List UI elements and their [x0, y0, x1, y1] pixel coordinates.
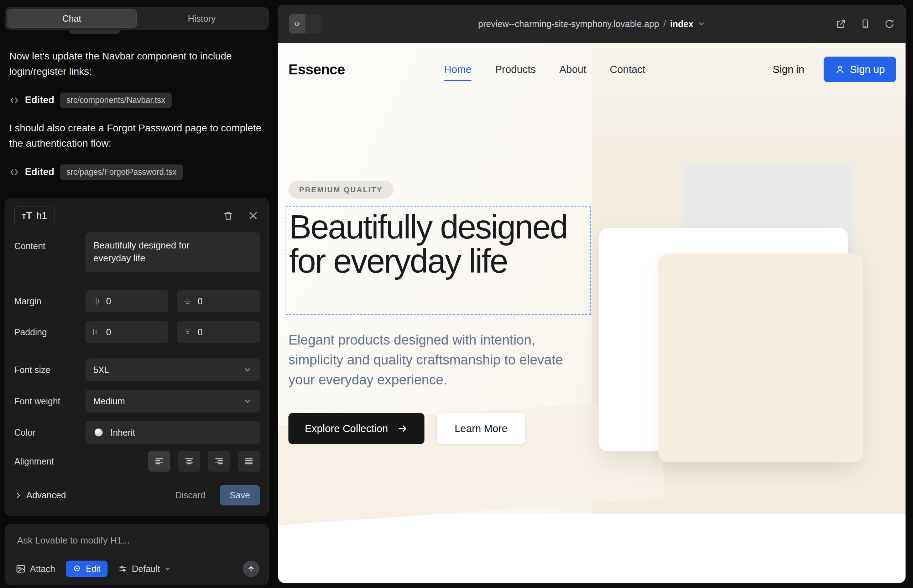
chevron-down-icon	[243, 365, 252, 375]
padding-horizontal-icon	[92, 328, 100, 336]
hero-heading: Beautifully designed for everyday life	[289, 210, 590, 278]
inspector-header: TT h1	[14, 206, 259, 225]
margin-y-input[interactable]: 0	[177, 290, 260, 312]
file-chip-navbar[interactable]: src/components/Navbar.tsx	[60, 92, 172, 108]
align-right-button[interactable]	[208, 451, 230, 472]
preview-url: preview--charming-site-symphony.lovable.…	[478, 19, 659, 29]
edit-select-icon	[73, 564, 81, 573]
content-input[interactable]: Beautifully designed for everyday life	[86, 233, 260, 272]
site-navbar: Essence Home Products About Contact Sign…	[278, 43, 905, 96]
align-justify-button[interactable]	[238, 451, 260, 472]
font-weight-value: Medium	[93, 396, 125, 407]
sign-in-link[interactable]: Sign in	[773, 64, 805, 76]
explore-collection-button[interactable]: Explore Collection	[288, 413, 424, 444]
padding-vertical-icon	[183, 328, 192, 336]
hero-beige-card	[659, 254, 863, 462]
image-icon	[16, 564, 26, 574]
color-swatch-icon	[93, 427, 104, 438]
close-icon[interactable]	[248, 210, 259, 221]
edited-label: Edited	[25, 166, 55, 178]
edited-file-row: Edited src/pages/ForgotPassword.tsx	[9, 165, 183, 180]
delete-element-icon[interactable]	[223, 210, 233, 221]
user-icon	[835, 65, 845, 74]
sliders-icon	[118, 564, 128, 573]
sign-up-button[interactable]: Sign up	[824, 57, 896, 82]
default-label: Default	[132, 564, 160, 574]
font-weight-label: Font weight	[14, 396, 86, 407]
chat-message: I should also create a Forgot Password p…	[9, 120, 263, 151]
attach-button[interactable]: Attach	[16, 564, 55, 574]
align-center-button[interactable]	[178, 451, 200, 472]
margin-vertical-icon	[183, 297, 192, 305]
chevron-down-icon	[164, 565, 171, 572]
h1-selection-outline[interactable]: Beautifully designed for everyday life	[286, 207, 591, 315]
open-external-icon[interactable]	[836, 18, 847, 29]
send-button[interactable]	[243, 561, 259, 577]
font-size-select[interactable]: 5XL	[86, 359, 260, 381]
tab-history[interactable]: History	[137, 9, 267, 28]
typography-icon: TT	[22, 210, 32, 221]
hero-paragraph: Elegant products designed with intention…	[288, 330, 573, 390]
url-page: index	[670, 19, 693, 29]
margin-x-input[interactable]: 0	[86, 290, 168, 312]
padding-x-input[interactable]: 0	[86, 321, 168, 343]
discard-button[interactable]: Discard	[175, 490, 206, 501]
edit-mode-button[interactable]: Edit	[66, 561, 108, 577]
chevron-down-icon	[698, 20, 706, 28]
file-chip-forgot-password[interactable]: src/pages/ForgotPassword.tsx	[60, 165, 183, 180]
site-preview: Essence Home Products About Contact Sign…	[278, 43, 905, 583]
attach-label: Attach	[30, 564, 55, 574]
color-select[interactable]: Inherit	[86, 421, 260, 444]
learn-more-button[interactable]: Learn More	[437, 413, 526, 444]
align-left-button[interactable]	[148, 451, 170, 472]
font-weight-select[interactable]: Medium	[86, 390, 260, 412]
url-bar[interactable]: preview--charming-site-symphony.lovable.…	[478, 19, 706, 29]
browser-toolbar: preview--charming-site-symphony.lovable.…	[278, 5, 905, 43]
refresh-icon[interactable]	[884, 18, 895, 29]
sign-up-label: Sign up	[850, 64, 885, 76]
chevron-down-icon	[243, 396, 252, 406]
nav-link-about[interactable]: About	[559, 64, 586, 76]
margin-horizontal-icon	[92, 297, 100, 305]
preview-browser-window: preview--charming-site-symphony.lovable.…	[278, 5, 906, 583]
element-inspector-panel: TT h1 Content Beautifully designed for e…	[5, 198, 269, 516]
font-size-label: Font size	[14, 365, 86, 375]
default-mode-button[interactable]: Default	[118, 564, 171, 574]
margin-label: Margin	[14, 296, 86, 307]
edit-label: Edit	[86, 564, 100, 574]
chat-message: Now let's update the Navbar component to…	[9, 48, 263, 79]
prompt-input[interactable]	[17, 535, 252, 546]
edited-file-row: Edited src/components/Navbar.tsx	[9, 92, 172, 108]
color-label: Color	[14, 428, 86, 438]
edited-label: Edited	[25, 95, 55, 106]
alignment-label: Alignment	[14, 456, 86, 467]
content-value: Beautifully designed for everyday life	[93, 239, 218, 265]
mobile-preview-icon[interactable]	[860, 18, 871, 29]
chat-history-tabbar: Chat History	[5, 7, 269, 30]
tab-chat[interactable]: Chat	[7, 9, 137, 28]
color-value: Inherit	[110, 428, 135, 438]
advanced-toggle[interactable]: Advanced	[14, 490, 66, 501]
code-view-toggle[interactable]	[289, 14, 322, 34]
explore-collection-label: Explore Collection	[305, 423, 388, 435]
nav-link-products[interactable]: Products	[495, 64, 536, 76]
code-icon	[9, 167, 19, 177]
margin-x-value: 0	[106, 296, 111, 307]
padding-x-value: 0	[106, 327, 111, 338]
margin-y-value: 0	[197, 296, 202, 307]
nav-link-home[interactable]: Home	[444, 64, 471, 76]
font-size-value: 5XL	[93, 365, 109, 375]
padding-y-input[interactable]: 0	[177, 321, 260, 343]
padding-label: Padding	[14, 327, 86, 338]
code-icon	[289, 14, 305, 34]
nav-link-contact[interactable]: Contact	[610, 64, 645, 76]
save-button[interactable]: Save	[220, 485, 260, 506]
premium-quality-badge: PREMIUM QUALITY	[288, 181, 393, 199]
url-separator: /	[664, 19, 666, 29]
brand-logo[interactable]: Essence	[288, 61, 345, 78]
element-tag-pill[interactable]: TT h1	[14, 206, 55, 225]
code-icon	[9, 95, 19, 105]
element-tag: h1	[36, 210, 47, 221]
arrow-right-icon	[397, 423, 408, 434]
advanced-label: Advanced	[26, 490, 66, 501]
